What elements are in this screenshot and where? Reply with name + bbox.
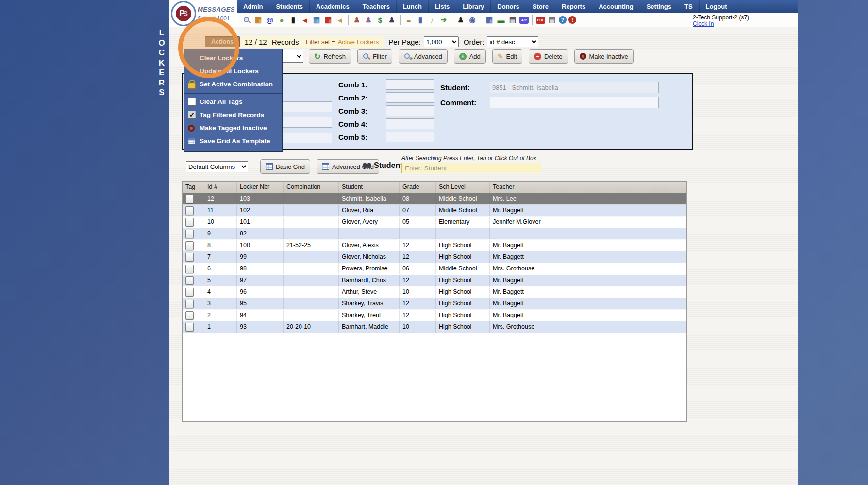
gradebook-icon[interactable]: ▦: [484, 15, 494, 25]
table-row-9[interactable]: 992: [183, 228, 686, 240]
delete-button[interactable]: −Delete: [529, 49, 568, 64]
staff-icon[interactable]: ♟: [364, 15, 373, 25]
actions-button[interactable]: Actions: [205, 36, 240, 47]
menu-item-set-active-combination[interactable]: Set Active Combination: [184, 78, 282, 91]
column-header-tag[interactable]: Tag: [183, 182, 204, 193]
credit-card-icon[interactable]: ▬: [496, 15, 506, 25]
mobile-phone-icon[interactable]: ▮: [288, 15, 298, 25]
nav-item-reports[interactable]: Reports: [555, 0, 592, 13]
column-header-locker-nbr[interactable]: Locker Nbr: [237, 182, 284, 193]
comb-3-field[interactable]: [386, 105, 434, 116]
table-row-3[interactable]: 395Sharkey, Travis12High SchoolMr. Bagge…: [183, 298, 686, 310]
nav-item-academics[interactable]: Academics: [310, 0, 356, 13]
tag-checkbox[interactable]: [185, 253, 194, 262]
filter-button[interactable]: Filter: [357, 49, 392, 64]
table-row-8[interactable]: 810021-52-25Glover, Alexis12High SchoolM…: [183, 240, 686, 251]
nav-item-store[interactable]: Store: [526, 0, 555, 13]
tag-checkbox[interactable]: [185, 206, 194, 215]
lunch-icon[interactable]: ≡: [404, 15, 414, 25]
table-row-7[interactable]: 799Glover, Nicholas12High SchoolMr. Bagg…: [183, 251, 686, 263]
nav-item-lunch[interactable]: Lunch: [397, 0, 429, 13]
column-header-grade[interactable]: Grade: [400, 182, 436, 193]
nav-item-teachers[interactable]: Teachers: [356, 0, 397, 13]
column-header-id-[interactable]: Id #: [204, 182, 237, 193]
receipt-printer-icon[interactable]: ▤: [508, 15, 517, 25]
clock-in-link[interactable]: Clock In: [693, 21, 749, 27]
bell-icon[interactable]: ♪: [427, 15, 437, 25]
kiosk-icon[interactable]: ▮: [416, 15, 425, 25]
student-search-input[interactable]: [401, 163, 541, 173]
tag-checkbox[interactable]: [185, 288, 194, 297]
add-button[interactable]: +Add: [454, 49, 486, 64]
table-row-12[interactable]: 12103Schmitt, Isabella08Middle SchoolMrs…: [183, 193, 686, 205]
nav-item-accounting[interactable]: Accounting: [592, 0, 640, 13]
columns-select[interactable]: Default Columns: [186, 161, 248, 172]
table-row-1[interactable]: 19320-20-10Barnhart, Maddie10High School…: [183, 321, 686, 333]
email-icon[interactable]: @: [265, 15, 275, 25]
nurse-add-icon[interactable]: ♟: [352, 15, 362, 25]
tag-checkbox[interactable]: [185, 241, 194, 250]
megaphone-icon[interactable]: ◄: [335, 15, 345, 25]
printer-icon[interactable]: ▤: [547, 15, 557, 25]
alarm-clock-icon[interactable]: ◉: [467, 15, 477, 25]
tag-checkbox[interactable]: [185, 230, 194, 238]
nav-item-library[interactable]: Library: [456, 0, 491, 13]
tag-checkbox[interactable]: [185, 265, 194, 273]
tag-checkbox[interactable]: [185, 311, 194, 320]
speaker-icon[interactable]: ◄: [300, 15, 310, 25]
edit-button[interactable]: ✎Edit: [492, 49, 522, 64]
apps-grid-icon[interactable]: ▦: [253, 15, 263, 25]
comb-5-field[interactable]: [386, 132, 434, 142]
family-icon[interactable]: ♟: [387, 15, 397, 25]
comb-2-field[interactable]: [386, 92, 434, 103]
table-row-10[interactable]: 10101Glover, Avery05ElementaryJennifer M…: [183, 217, 686, 228]
make-inactive-button[interactable]: Make Inactive: [574, 49, 634, 64]
table-row-2[interactable]: 294Sharkey, Trent12High SchoolMr. Bagget…: [183, 310, 686, 321]
menu-item-save-grid-as-template[interactable]: Save Grid As Template: [184, 134, 282, 148]
nav-item-settings[interactable]: Settings: [640, 0, 678, 13]
comment-field[interactable]: [490, 97, 659, 108]
chat-icon[interactable]: ●: [277, 15, 286, 25]
comb-4-field[interactable]: [386, 118, 434, 129]
attendance-icon[interactable]: ♟: [456, 15, 466, 25]
help-icon[interactable]: ?: [559, 16, 567, 24]
tag-checkbox[interactable]: [185, 323, 194, 332]
money-icon[interactable]: $: [375, 15, 385, 25]
tag-checkbox[interactable]: [185, 276, 194, 285]
menu-item-clear-lockers[interactable]: Clear Lockers: [184, 51, 282, 65]
nav-item-students[interactable]: Students: [269, 0, 310, 13]
menu-item-make-tagged-inactive[interactable]: Make Tagged Inactive: [184, 121, 282, 134]
comb-1-field[interactable]: [386, 79, 434, 90]
calendar-date-icon[interactable]: ▦: [323, 15, 333, 25]
nav-item-donors[interactable]: Donors: [491, 0, 526, 13]
column-header-sch-level[interactable]: Sch Level: [436, 182, 490, 193]
refresh-button[interactable]: ↻Refresh: [309, 49, 351, 64]
tag-checkbox[interactable]: [185, 218, 194, 227]
pdf-icon[interactable]: PDF: [536, 17, 545, 24]
menu-item-clear-all-tags[interactable]: Clear All Tags: [184, 95, 282, 108]
basic-grid-button[interactable]: Basic Grid: [260, 159, 310, 174]
menu-item-tag-filtered-records[interactable]: ✓Tag Filtered Records: [184, 108, 282, 121]
nav-item-admin[interactable]: Admin: [237, 0, 269, 13]
tag-checkbox[interactable]: [185, 195, 194, 203]
table-row-11[interactable]: 11102Glover, Rita07Middle SchoolMr. Bagg…: [183, 205, 686, 217]
nav-item-ts[interactable]: TS: [678, 0, 700, 13]
column-header-teacher[interactable]: Teacher: [490, 182, 549, 193]
calendar-icon[interactable]: ▦: [312, 15, 321, 25]
column-header-combination[interactable]: Combination: [284, 182, 339, 193]
table-row-5[interactable]: 597Barnhardt, Chris12High SchoolMr. Bagg…: [183, 275, 686, 286]
tag-checkbox[interactable]: [185, 300, 194, 308]
nav-item-lists[interactable]: Lists: [429, 0, 456, 13]
search-icon[interactable]: [242, 15, 251, 25]
menu-item-update-all-lockers[interactable]: Update All Lockers: [184, 65, 282, 78]
export-icon[interactable]: ➔: [439, 15, 449, 25]
table-row-4[interactable]: 496Arthur, Steve10High SchoolMr. Baggett: [183, 286, 686, 298]
accounts-payable-icon[interactable]: A/P: [519, 17, 529, 24]
table-row-6[interactable]: 698Powers, Promise06Middle SchoolMrs. Gr…: [183, 263, 686, 275]
per-page-select[interactable]: 1,000: [424, 36, 459, 47]
stop-icon[interactable]: !: [568, 16, 576, 24]
nav-item-logout[interactable]: Logout: [700, 0, 734, 13]
order-select[interactable]: id # desc: [487, 36, 538, 47]
column-header-student[interactable]: Student: [339, 182, 400, 193]
advanced-button[interactable]: +Advanced: [399, 49, 448, 64]
